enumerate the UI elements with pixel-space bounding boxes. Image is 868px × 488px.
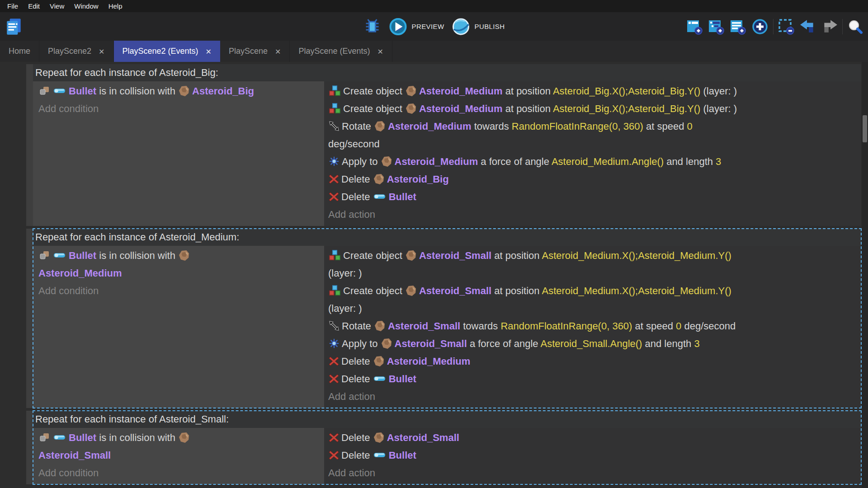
action-row[interactable]: Create object Asteroid_Medium at positio…: [328, 100, 859, 117]
debug-icon[interactable]: [363, 18, 382, 36]
action-line: Delete Asteroid_Small: [328, 429, 859, 446]
add-action-button[interactable]: Add action: [328, 388, 859, 405]
events-container: Repeat for each instance of Asteroid_Big…: [0, 64, 868, 484]
event-header[interactable]: Repeat for each instance of Asteroid_Sma…: [33, 411, 861, 428]
action-line: Create object Asteroid_Small at position…: [328, 247, 859, 264]
condition-row[interactable]: Bullet is in collision with Asteroid_Big: [38, 82, 321, 100]
delete-icon: [329, 450, 339, 460]
add-event-icon[interactable]: [686, 19, 703, 35]
instruction-text: at position: [491, 285, 542, 296]
event-header[interactable]: Repeat for each instance of Asteroid_Big…: [33, 64, 861, 81]
preview-button[interactable]: PREVIEW: [389, 17, 444, 36]
scrollbar-thumb[interactable]: [863, 115, 867, 142]
add-choose-event-icon[interactable]: [751, 18, 769, 35]
scrollbar[interactable]: [862, 62, 868, 488]
tab-playscene2-events[interactable]: PlayScene2 (Events)✕: [114, 41, 221, 62]
action-row[interactable]: Delete Asteroid_Medium: [328, 352, 859, 370]
asteroid-icon: [406, 250, 417, 261]
action-line: Rotate Asteroid_Small towards RandomFloa…: [328, 317, 859, 335]
action-row[interactable]: Apply to Asteroid_Medium a force of angl…: [328, 153, 859, 170]
delete-selection-icon[interactable]: [778, 19, 794, 35]
tab-home[interactable]: Home: [0, 41, 39, 62]
object-name: Asteroid_Small: [395, 338, 467, 349]
toolbar-separator: [842, 19, 843, 34]
add-action-button[interactable]: Add action: [328, 464, 859, 482]
instruction-text: deg/second: [681, 320, 736, 332]
action-row[interactable]: Delete Asteroid_Big: [328, 170, 859, 188]
add-comment-icon[interactable]: [730, 19, 746, 35]
publish-button[interactable]: PUBLISH: [451, 17, 505, 36]
action-line: deg/second: [328, 135, 859, 153]
instruction-text: Apply to: [342, 156, 381, 167]
tab-close-icon[interactable]: ✕: [377, 47, 383, 56]
action-row[interactable]: Apply to Asteroid_Small a force of angle…: [328, 335, 859, 352]
tab-close-icon[interactable]: ✕: [206, 47, 212, 56]
event-header[interactable]: Repeat for each instance of Asteroid_Med…: [33, 229, 861, 246]
search-icon[interactable]: [847, 19, 863, 35]
instruction-text: Rotate: [342, 320, 374, 332]
action-line: Apply to Asteroid_Small a force of angle…: [328, 335, 859, 352]
redo-icon[interactable]: [821, 19, 838, 34]
action-row[interactable]: Create object Asteroid_Small at position…: [328, 282, 859, 317]
menu-file[interactable]: File: [2, 2, 23, 10]
menu-edit[interactable]: Edit: [23, 2, 45, 10]
action-row[interactable]: Delete Asteroid_Small: [328, 429, 859, 446]
condition-row[interactable]: Bullet is in collision with Asteroid_Med…: [38, 247, 321, 282]
add-condition-button[interactable]: Add condition: [38, 464, 321, 482]
object-name: Bullet: [389, 450, 416, 461]
tab-close-icon[interactable]: ✕: [99, 47, 104, 56]
publish-label: PUBLISH: [474, 23, 505, 30]
repeat-event-1: Repeat for each instance of Asteroid_Big…: [33, 64, 861, 226]
bullet-icon: [53, 434, 66, 441]
collision-icon: [39, 250, 51, 260]
create-icon: [329, 250, 341, 261]
preview-label: PREVIEW: [412, 23, 444, 30]
add-condition-button[interactable]: Add condition: [38, 100, 321, 117]
add-action-button[interactable]: Add action: [328, 206, 859, 223]
action-row[interactable]: Delete Bullet: [328, 446, 859, 464]
tab-playscene[interactable]: PlayScene✕: [220, 41, 290, 62]
bullet-icon: [373, 193, 387, 200]
project-manager-icon[interactable]: [5, 17, 24, 36]
action-line: Delete Bullet: [328, 446, 859, 464]
expression-value: 3: [694, 338, 699, 349]
event-body: Bullet is in collision with Asteroid_Sma…: [33, 428, 861, 484]
action-row[interactable]: Rotate Asteroid_Medium towards RandomFlo…: [328, 117, 859, 153]
instruction-text: is in collision with: [96, 250, 178, 261]
action-row[interactable]: Delete Bullet: [328, 370, 859, 388]
instruction-text: towards: [460, 320, 500, 332]
event-drag-handle[interactable]: [26, 64, 33, 226]
object-name: Bullet: [389, 373, 416, 385]
bullet-icon: [53, 88, 66, 94]
object-name: Asteroid_Medium: [387, 356, 471, 367]
delete-icon: [329, 432, 339, 443]
menu-view[interactable]: View: [45, 2, 69, 10]
event-body: Bullet is in collision with Asteroid_Med…: [33, 246, 861, 408]
undo-icon[interactable]: [800, 19, 816, 34]
instruction-text: towards: [472, 121, 512, 132]
tab-close-icon[interactable]: ✕: [275, 47, 281, 56]
tab-playscene2[interactable]: PlayScene2✕: [39, 41, 113, 62]
asteroid-icon: [381, 338, 392, 349]
toolbar: PREVIEW PUBLISH: [0, 12, 868, 41]
tab-playscene-events[interactable]: PlayScene (Events)✕: [290, 41, 392, 62]
event-drag-handle[interactable]: [26, 411, 33, 484]
object-name: Asteroid_Medium: [388, 121, 472, 132]
action-row[interactable]: Rotate Asteroid_Small towards RandomFloa…: [328, 317, 859, 335]
menu-window[interactable]: Window: [69, 2, 103, 10]
object-name: Asteroid_Medium: [38, 267, 122, 279]
instruction-text: Create object: [343, 85, 405, 97]
object-name: Asteroid_Medium: [419, 103, 503, 114]
action-row[interactable]: Create object Asteroid_Small at position…: [328, 247, 859, 282]
action-row[interactable]: Delete Bullet: [328, 188, 859, 206]
event-drag-handle[interactable]: [26, 229, 33, 408]
condition-row[interactable]: Bullet is in collision with Asteroid_Sma…: [38, 429, 321, 464]
instruction-text: Create object: [343, 285, 405, 296]
menu-help[interactable]: Help: [104, 2, 127, 10]
actions-column: Delete Asteroid_SmallDelete BulletAdd ac…: [324, 428, 861, 484]
conditions-column: Bullet is in collision with Asteroid_Med…: [33, 246, 324, 408]
action-row[interactable]: Create object Asteroid_Medium at positio…: [328, 82, 859, 100]
add-condition-button[interactable]: Add condition: [38, 282, 321, 300]
add-sub-event-icon[interactable]: [708, 19, 724, 35]
object-name: Asteroid_Small: [388, 320, 460, 332]
